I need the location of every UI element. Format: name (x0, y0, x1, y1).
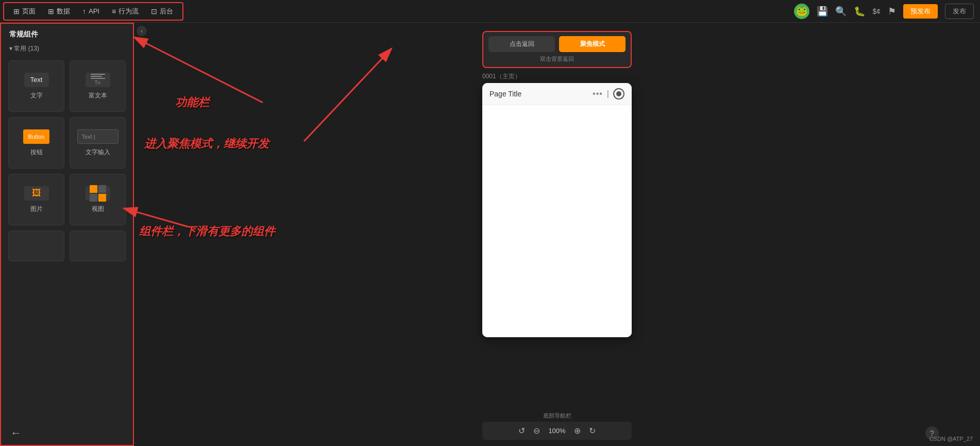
component-card-input[interactable]: Text | 文字输入 (70, 117, 126, 169)
pages-icon: ⊞ (13, 7, 20, 15)
input-component-icon: Text | (77, 129, 119, 144)
component-grid: Text 文字 T≡ 富文本 Button 按钮 Text | 文字输入 (1, 55, 133, 230)
phone-divider: | (607, 89, 609, 98)
image-component-icon: 🖼 (24, 186, 49, 201)
undo-button[interactable]: ↺ (518, 426, 525, 436)
nav-api-label: API (89, 7, 99, 15)
image-component-label: 图片 (30, 205, 43, 213)
zoom-value: 100% (548, 427, 565, 435)
bottom-toolbar-label: 底部导航栏 (543, 412, 571, 420)
nav-flow-label: 行为流 (119, 7, 139, 16)
redo-button[interactable]: ↻ (589, 426, 596, 436)
search-icon[interactable]: 🔍 (835, 6, 847, 17)
phone-header-actions: ••• | (593, 88, 624, 100)
bottom-back-button[interactable]: ← (10, 426, 22, 440)
phone-record-inner (616, 91, 621, 96)
phone-title: Page Title (489, 90, 521, 98)
nav-item-flow[interactable]: ≡ 行为流 (107, 5, 144, 18)
data-icon: ⊞ (48, 7, 54, 15)
preview-button[interactable]: 预发布 (903, 4, 938, 19)
focus-mode-button[interactable]: 聚焦模式 (559, 36, 626, 52)
view-component-label: 视图 (92, 205, 104, 213)
backend-icon: ⊡ (151, 7, 157, 15)
view-component-icon (86, 186, 110, 201)
phone-body (482, 105, 632, 337)
nav-item-backend[interactable]: ⊡ 后台 (146, 5, 178, 18)
nav-item-data[interactable]: ⊞ 数据 (43, 5, 75, 18)
component-card-view[interactable]: 视图 (70, 174, 126, 225)
flag-icon[interactable]: ⚑ (888, 6, 896, 17)
focus-bar-hint: 双击背景返回 (540, 55, 574, 63)
bottom-right-info: CSDN @ATP_27 (930, 436, 973, 442)
sidebar-title: 常规组件 (1, 24, 133, 42)
component-card-richtext[interactable]: T≡ 富文本 (70, 60, 126, 112)
component-card-button[interactable]: Button 按钮 (8, 117, 64, 169)
sidebar: 常规组件 ▾ 常用 (13) Text 文字 T≡ 富文本 Button 按钮 (0, 23, 134, 446)
avatar: 🐸 (794, 4, 809, 19)
nav-item-pages[interactable]: ⊞ 页面 (8, 5, 41, 18)
component-card-text[interactable]: Text 文字 (8, 60, 64, 112)
bottom-toolbar-bar: ↺ ⊖ 100% ⊕ ↻ (482, 422, 632, 440)
bug-icon[interactable]: 🐛 (854, 6, 865, 17)
focus-bar-top: 点击返回 聚焦模式 (488, 36, 626, 52)
page-label: 0001（主页） (482, 72, 521, 81)
sidebar-toggle[interactable]: ‹ (137, 26, 147, 36)
publish-button[interactable]: 发布 (945, 4, 974, 19)
back-button[interactable]: 点击返回 (488, 36, 555, 52)
component-card-more2[interactable] (70, 230, 126, 261)
top-nav-right: 🐸 💾 🔍 🐛 $¢ ⚑ 预发布 发布 (794, 4, 974, 19)
api-icon: ↑ (82, 7, 86, 15)
flow-icon: ≡ (112, 7, 116, 15)
top-nav: ⊞ 页面 ⊞ 数据 ↑ API ≡ 行为流 ⊡ 后台 🐸 💾 🔍 🐛 $¢ ⚑ … (0, 0, 980, 23)
zoom-in-button[interactable]: ⊕ (574, 426, 581, 436)
nav-pages-label: 页面 (22, 7, 36, 16)
zoom-out-button[interactable]: ⊖ (533, 426, 540, 436)
focus-bar: 点击返回 聚焦模式 双击背景返回 (482, 31, 632, 68)
nav-tabs-container: ⊞ 页面 ⊞ 数据 ↑ API ≡ 行为流 ⊡ 后台 (3, 2, 183, 21)
center-area: 点击返回 聚焦模式 双击背景返回 0001（主页） Page Title •••… (134, 23, 980, 446)
save-icon[interactable]: 💾 (817, 6, 828, 17)
phone-record-button[interactable] (613, 88, 624, 100)
nav-item-api[interactable]: ↑ API (77, 5, 105, 18)
phone-header: Page Title ••• | (482, 83, 632, 105)
richtext-component-label: 富文本 (89, 91, 107, 100)
sidebar-section: ▾ 常用 (13) (1, 42, 133, 55)
component-card-more1[interactable] (8, 230, 64, 261)
component-card-image[interactable]: 🖼 图片 (8, 174, 64, 225)
nav-backend-label: 后台 (160, 7, 173, 16)
text-component-icon: Text (24, 73, 49, 87)
richtext-component-icon: T≡ (86, 73, 110, 87)
phone-dots-icon[interactable]: ••• (593, 89, 603, 98)
phone-frame: Page Title ••• | (482, 83, 632, 337)
input-component-label: 文字输入 (86, 148, 110, 157)
nav-data-label: 数据 (57, 7, 70, 16)
button-component-label: 按钮 (30, 148, 43, 157)
text-component-label: 文字 (30, 91, 43, 100)
currency-icon[interactable]: $¢ (872, 7, 881, 15)
button-component-icon: Button (23, 129, 50, 144)
bottom-toolbar-wrapper: 底部导航栏 ↺ ⊖ 100% ⊕ ↻ (482, 412, 632, 440)
